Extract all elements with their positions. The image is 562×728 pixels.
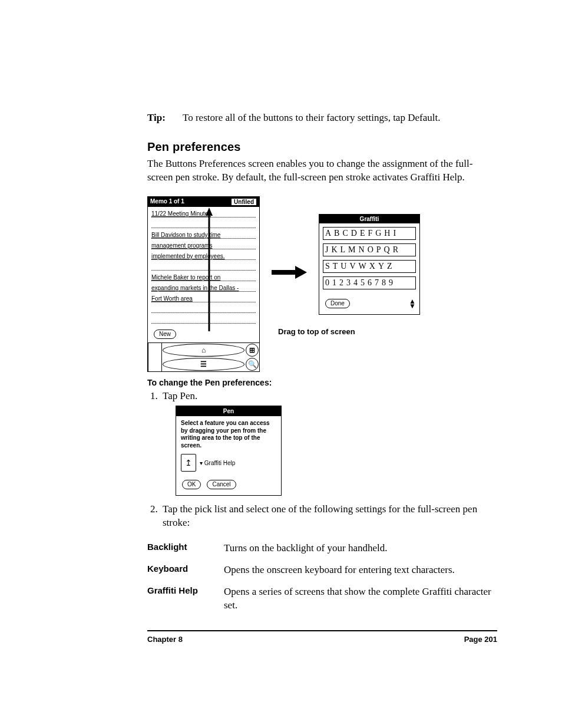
graffiti-row: 0123456789	[323, 276, 416, 289]
right-arrow-icon	[272, 265, 307, 280]
section-heading: Pen preferences	[147, 140, 497, 154]
definition-desc: Opens a series of screens that show the …	[224, 585, 497, 612]
step-text: Tap Pen.	[163, 390, 197, 401]
graffiti-title: Graffiti	[319, 215, 419, 223]
scroll-arrows-icon: ▲▼	[409, 299, 416, 308]
calc-icon: ⊞	[246, 344, 259, 357]
memo-screenshot: Memo 1 of 1 Unfiled 11/22 Meeting Minute…	[147, 196, 260, 372]
footer-rule	[147, 630, 497, 631]
definition-term: Keyboard	[147, 564, 212, 577]
pen-dialog-screenshot: Pen Select a feature you can access by d…	[176, 406, 282, 496]
page-footer: Chapter 8 Page 201	[147, 635, 497, 644]
svg-marker-3	[295, 266, 307, 279]
steps-list: Tap Pen. Pen Select a feature you can ac…	[147, 390, 497, 530]
definition-row: Backlight Turns on the backlight of your…	[147, 542, 497, 555]
silk-area: ⌂ ⊞ ☰ 🔍	[148, 342, 259, 371]
memo-line: 11/22 Meeting Minutes	[151, 210, 211, 217]
memo-line: management programs	[151, 242, 212, 249]
pen-stroke-icon: ↥	[181, 454, 196, 472]
memo-line: expanding markets in the Dallas -	[151, 285, 239, 291]
drag-caption: Drag to top of screen	[278, 327, 355, 336]
graffiti-row: ABCDEFGHI	[323, 227, 416, 240]
tip-block: Tip: To restore all of the buttons to th…	[147, 112, 497, 124]
graffiti-screenshot: Graffiti ABCDEFGHI JKLMNOPQR STUVWXYZ 01…	[319, 214, 420, 315]
tip-text: To restore all of the buttons to their f…	[183, 112, 497, 124]
definition-row: Keyboard Opens the onscreen keyboard for…	[147, 564, 497, 577]
memo-line: Fort Worth area	[151, 295, 193, 302]
pen-picklist-label: Graffiti Help	[200, 459, 235, 467]
definition-term: Backlight	[147, 542, 212, 555]
definition-term: Graffiti Help	[147, 585, 212, 612]
done-button: Done	[325, 299, 350, 308]
memo-line: implemented by employees.	[151, 253, 225, 259]
footer-page: Page 201	[464, 635, 497, 644]
memo-body: 11/22 Meeting Minutes Bill Davidson to s…	[148, 207, 259, 342]
footer-chapter: Chapter 8	[147, 635, 183, 644]
home-icon: ⌂	[163, 344, 244, 357]
definition-row: Graffiti Help Opens a series of screens …	[147, 585, 497, 612]
definition-desc: Turns on the backlight of your handheld.	[224, 542, 497, 555]
tip-label: Tip:	[147, 112, 173, 124]
memo-title: Memo 1 of 1	[150, 198, 184, 206]
definition-desc: Opens the onscreen keyboard for entering…	[224, 564, 497, 577]
procedure-heading: To change the Pen preferences:	[147, 378, 497, 387]
graffiti-row: STUVWXYZ	[323, 260, 416, 273]
memo-line: Bill Davidson to study time	[151, 232, 220, 238]
pen-dialog-title: Pen	[176, 406, 281, 417]
definitions-list: Backlight Turns on the backlight of your…	[147, 542, 497, 612]
step-item: Tap Pen. Pen Select a feature you can ac…	[160, 390, 497, 496]
memo-line: Michele Baker to report on	[151, 274, 220, 281]
ok-button: OK	[182, 480, 201, 489]
cancel-button: Cancel	[207, 480, 236, 489]
page-content: Tip: To restore all of the buttons to th…	[0, 0, 562, 679]
pen-dialog-body: Select a feature you can access by dragg…	[176, 416, 281, 453]
pen-picklist: ↥ Graffiti Help	[176, 453, 281, 475]
new-button: New	[154, 330, 176, 339]
menu-icon: ☰	[163, 358, 244, 371]
intro-paragraph: The Buttons Preferences screen enables y…	[147, 157, 497, 185]
find-icon: 🔍	[246, 358, 259, 371]
graffiti-row: JKLMNOPQR	[323, 243, 416, 256]
figure-area: Memo 1 of 1 Unfiled 11/22 Meeting Minute…	[147, 196, 497, 372]
memo-category: Unfiled	[231, 198, 257, 206]
step-text: Tap the pick list and select one of the …	[163, 503, 477, 528]
graffiti-area	[148, 343, 162, 371]
memo-header: Memo 1 of 1 Unfiled	[148, 197, 259, 207]
step-item: Tap the pick list and select one of the …	[160, 503, 497, 530]
